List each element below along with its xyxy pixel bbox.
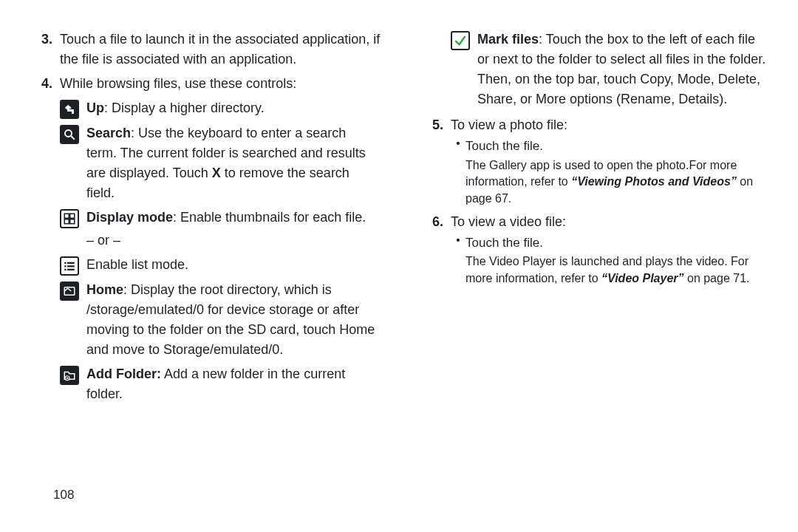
up-label: Up — [86, 100, 104, 115]
svg-rect-5 — [70, 219, 75, 224]
step-number: 5. — [417, 115, 451, 208]
control-list-mode: Enable list mode. — [60, 255, 381, 276]
svg-line-1 — [71, 136, 75, 140]
step-3: 3. Touch a file to launch it in the asso… — [26, 30, 381, 69]
step-6-subtext: The Video Player is launched and plays t… — [466, 253, 772, 287]
home-text: : Display the root directory, which is /… — [86, 282, 375, 357]
step-5: 5. To view a photo file: • Touch the fil… — [417, 115, 772, 208]
cross-ref: “Video Player” — [601, 272, 683, 284]
up-text: : Display a higher directory. — [104, 100, 265, 115]
page-number: 108 — [53, 485, 74, 505]
step-5-subtext: The Gallery app is used to open the phot… — [466, 157, 772, 208]
bullet-icon: • — [451, 137, 466, 156]
step-4-lead: While browsing files, use these controls… — [60, 74, 381, 94]
control-mark-files-row: Mark files: Touch the box to the left of… — [417, 30, 772, 109]
search-label: Search — [86, 126, 131, 140]
search-icon — [60, 125, 79, 144]
checkbox-icon — [451, 31, 470, 50]
home-label: Home — [86, 282, 123, 297]
svg-rect-3 — [70, 214, 75, 218]
control-up: Up: Display a higher directory. — [60, 98, 381, 119]
cross-ref: “Viewing Photos and Videos” — [571, 175, 737, 188]
svg-rect-11 — [67, 269, 75, 270]
svg-rect-8 — [64, 265, 66, 267]
add-folder-label: Add Folder: — [86, 366, 161, 381]
up-icon — [60, 100, 79, 119]
step-5-bullet-text: Touch the file. — [466, 137, 772, 156]
svg-rect-9 — [67, 265, 75, 267]
step-5-lead: To view a photo file: — [451, 115, 772, 135]
or-text: – or – — [86, 231, 377, 250]
svg-rect-12 — [64, 287, 75, 296]
step-number: 4. — [26, 74, 60, 404]
control-search: Search: Use the keyboard to enter a sear… — [60, 123, 381, 203]
home-icon — [60, 282, 79, 301]
step-text: While browsing files, use these controls… — [60, 74, 381, 404]
svg-rect-10 — [64, 269, 66, 270]
list-icon — [60, 256, 79, 276]
svg-rect-4 — [64, 219, 69, 224]
step-6-lead: To view a video file: — [451, 212, 772, 232]
display-mode-text: : Enable thumbnails for each file. — [173, 210, 366, 225]
step-6: 6. To view a video file: • Touch the fil… — [417, 212, 772, 287]
step-5-bullet: • Touch the file. — [451, 137, 772, 156]
svg-point-0 — [65, 130, 72, 137]
svg-rect-6 — [64, 262, 66, 264]
control-add-folder: Add Folder: Add a new folder in the curr… — [60, 364, 381, 404]
control-home: Home: Display the root directory, which … — [60, 280, 381, 360]
control-display-mode: Display mode: Enable thumbnails for each… — [60, 208, 381, 250]
step-6-bullet: • Touch the file. — [451, 233, 772, 253]
control-mark-files: Mark files: Touch the box to the left of… — [451, 30, 772, 109]
add-folder-icon — [60, 366, 79, 385]
step-4: 4. While browsing files, use these contr… — [26, 74, 381, 404]
bullet-icon: • — [451, 233, 466, 253]
step-6-bullet-text: Touch the file. — [466, 233, 772, 253]
step-number: 3. — [26, 30, 60, 69]
right-column: Mark files: Touch the box to the left of… — [417, 30, 772, 517]
display-mode-label: Display mode — [86, 210, 173, 225]
search-x: X — [212, 166, 221, 180]
svg-rect-7 — [67, 262, 75, 264]
left-column: 3. Touch a file to launch it in the asso… — [26, 30, 381, 517]
step-number: 6. — [417, 212, 451, 287]
step-text: Touch a file to launch it in the associa… — [60, 30, 381, 69]
mark-files-label: Mark files — [477, 32, 539, 47]
grid-icon — [60, 209, 79, 228]
svg-rect-2 — [64, 214, 69, 218]
list-mode-text: Enable list mode. — [86, 255, 381, 276]
